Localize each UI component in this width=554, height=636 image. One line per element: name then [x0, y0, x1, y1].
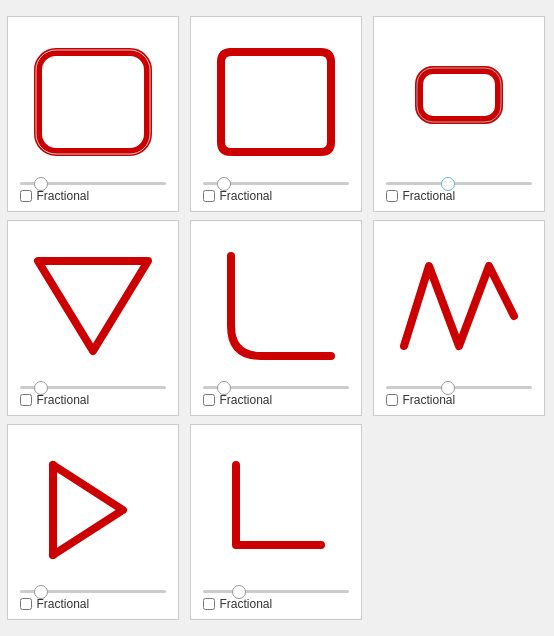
slider-track-1[interactable] — [20, 182, 166, 185]
slider-track-3[interactable] — [386, 182, 532, 185]
card-wavy: Fractional — [373, 220, 545, 416]
shape-svg-7 — [28, 450, 158, 570]
controls-7: Fractional — [16, 586, 170, 611]
fractional-checkbox-7[interactable] — [20, 598, 32, 610]
controls-8: Fractional — [199, 586, 353, 611]
controls-3: Fractional — [382, 178, 536, 203]
fractional-label-3: Fractional — [403, 189, 456, 203]
slider-thumb-6[interactable] — [441, 381, 455, 395]
checkbox-row-6: Fractional — [386, 393, 532, 407]
slider-row-5 — [203, 386, 349, 389]
card-rounded-rect-partial: Fractional — [190, 16, 362, 212]
slider-thumb-4[interactable] — [34, 381, 48, 395]
svg-rect-1 — [36, 50, 150, 154]
fractional-checkbox-8[interactable] — [203, 598, 215, 610]
shape-area-3 — [382, 25, 536, 178]
card-rounded-rect-full: Fractional — [7, 16, 179, 212]
shape-svg-1 — [28, 42, 158, 162]
shape-area-1 — [16, 25, 170, 178]
slider-row-2 — [203, 182, 349, 185]
shape-svg-3 — [394, 42, 524, 162]
fractional-checkbox-1[interactable] — [20, 190, 32, 202]
checkbox-row-7: Fractional — [20, 597, 166, 611]
slider-track-2[interactable] — [203, 182, 349, 185]
checkbox-row-3: Fractional — [386, 189, 532, 203]
svg-rect-3 — [417, 68, 501, 122]
controls-5: Fractional — [199, 382, 353, 407]
card-triangle: Fractional — [7, 220, 179, 416]
slider-track-4[interactable] — [20, 386, 166, 389]
slider-thumb-2[interactable] — [217, 177, 231, 191]
checkbox-row-8: Fractional — [203, 597, 349, 611]
slider-thumb-5[interactable] — [217, 381, 231, 395]
slider-track-7[interactable] — [20, 590, 166, 593]
checkbox-row-4: Fractional — [20, 393, 166, 407]
svg-marker-4 — [38, 261, 148, 351]
card-corner-bracket: Fractional — [190, 424, 362, 620]
fractional-checkbox-6[interactable] — [386, 394, 398, 406]
slider-row-4 — [20, 386, 166, 389]
card-arrow: Fractional — [7, 424, 179, 620]
slider-thumb-3[interactable] — [441, 177, 455, 191]
fractional-label-8: Fractional — [220, 597, 273, 611]
shape-svg-8 — [211, 450, 341, 570]
shape-svg-5 — [211, 246, 341, 366]
slider-thumb-8[interactable] — [232, 585, 246, 599]
fractional-label-7: Fractional — [37, 597, 90, 611]
checkbox-row-2: Fractional — [203, 189, 349, 203]
shape-svg-6 — [394, 246, 524, 366]
slider-row-8 — [203, 590, 349, 593]
controls-1: Fractional — [16, 178, 170, 203]
fractional-checkbox-2[interactable] — [203, 190, 215, 202]
slider-track-5[interactable] — [203, 386, 349, 389]
fractional-checkbox-5[interactable] — [203, 394, 215, 406]
fractional-checkbox-4[interactable] — [20, 394, 32, 406]
slider-thumb-1[interactable] — [34, 177, 48, 191]
checkbox-row-5: Fractional — [203, 393, 349, 407]
shape-area-6 — [382, 229, 536, 382]
slider-thumb-7[interactable] — [34, 585, 48, 599]
svg-rect-0 — [38, 52, 148, 152]
slider-row-6 — [386, 386, 532, 389]
shape-area-8 — [199, 433, 353, 586]
slider-track-8[interactable] — [203, 590, 349, 593]
fractional-label-4: Fractional — [37, 393, 90, 407]
shape-svg-2 — [211, 42, 341, 162]
controls-2: Fractional — [199, 178, 353, 203]
controls-6: Fractional — [382, 382, 536, 407]
shape-svg-4 — [28, 246, 158, 366]
fractional-checkbox-3[interactable] — [386, 190, 398, 202]
slider-track-6[interactable] — [386, 386, 532, 389]
slider-row-7 — [20, 590, 166, 593]
checkbox-row-1: Fractional — [20, 189, 166, 203]
shape-area-7 — [16, 433, 170, 586]
fractional-label-5: Fractional — [220, 393, 273, 407]
card-curve-corner: Fractional — [190, 220, 362, 416]
shape-area-5 — [199, 229, 353, 382]
controls-4: Fractional — [16, 382, 170, 407]
fractional-label-6: Fractional — [403, 393, 456, 407]
shape-area-2 — [199, 25, 353, 178]
slider-row-3 — [386, 182, 532, 185]
shape-grid: Fractional Fractional — [0, 6, 554, 630]
slider-row-1 — [20, 182, 166, 185]
fractional-label-2: Fractional — [220, 189, 273, 203]
fractional-label-1: Fractional — [37, 189, 90, 203]
card-rounded-rect-small: Fractional — [373, 16, 545, 212]
shape-area-4 — [16, 229, 170, 382]
svg-rect-2 — [419, 70, 499, 120]
